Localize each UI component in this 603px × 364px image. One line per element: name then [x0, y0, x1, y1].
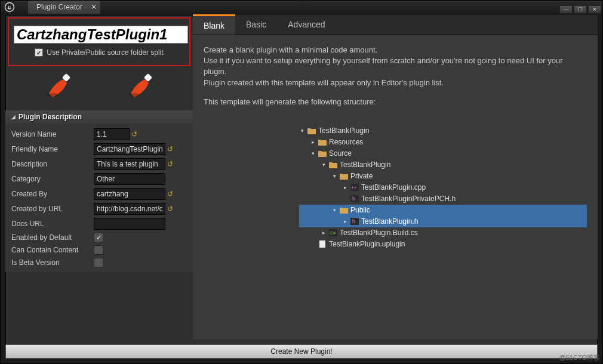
input-created-by-url[interactable]: [94, 203, 165, 215]
tree-node-label: TestBlankPlugin.uplugin: [329, 239, 405, 249]
desc-section-header[interactable]: ◢ Plugin Description: [5, 110, 193, 124]
tree-node[interactable]: ▾TestBlankPlugin: [299, 159, 587, 171]
tree-node-label: Source: [329, 149, 352, 159]
left-pane: ✓ Use Private/Public source folder split…: [5, 15, 193, 340]
tree-expand-icon[interactable]: ▾: [321, 161, 327, 169]
plug-icon: [44, 72, 73, 98]
svg-text:++: ++: [351, 185, 357, 190]
create-plugin-button[interactable]: Create New Plugin!: [5, 344, 598, 359]
tree-expand-icon[interactable]: ▸: [342, 218, 348, 226]
svg-text:C#: C#: [330, 230, 336, 236]
revert-icon[interactable]: ↺: [167, 205, 173, 213]
tab-blank[interactable]: Blank: [193, 14, 235, 35]
desc-grid: Version Name ↺ Friendly Name ↺ Descripti…: [5, 124, 193, 272]
svg-point-0: [5, 3, 14, 12]
label-version-name: Version Name: [11, 130, 94, 138]
tab-basic[interactable]: Basic: [235, 14, 277, 35]
split-label: Use Private/Public source folder split: [47, 48, 163, 57]
h-icon: h: [350, 217, 359, 226]
tree-node-label: TestBlankPlugin: [340, 160, 390, 170]
input-friendly-name[interactable]: [94, 143, 165, 155]
tree-node[interactable]: ▸C#TestBlankPlugin.Build.cs: [299, 227, 587, 239]
window-tab-title: Plugin Creator: [36, 3, 82, 11]
label-description: Description: [11, 160, 94, 168]
desc-section-title: Plugin Description: [19, 113, 82, 121]
label-is-beta: Is Beta Version: [11, 258, 94, 267]
close-tab-icon[interactable]: ✕: [91, 3, 97, 11]
label-can-contain: Can Contain Content: [11, 246, 94, 254]
svg-text:h: h: [352, 218, 355, 224]
tree-expand-icon[interactable]: ▸: [310, 138, 316, 146]
split-checkbox[interactable]: ✓: [35, 48, 43, 57]
svg-point-4: [128, 93, 140, 97]
maximize-button[interactable]: ☐: [574, 5, 587, 14]
tree-node-label: TestBlankPlugin.cpp: [361, 183, 426, 193]
tree-node[interactable]: ▾Private: [299, 171, 587, 182]
input-created-by[interactable]: [94, 188, 165, 200]
plugin-name-input[interactable]: [14, 26, 188, 44]
input-description[interactable]: [94, 158, 165, 170]
tree-node-label: Public: [350, 205, 370, 215]
minimize-button[interactable]: —: [559, 5, 573, 14]
folder-open-icon: [339, 206, 349, 214]
close-button[interactable]: ✕: [588, 5, 601, 14]
tree-expand-icon[interactable]: ▸: [342, 184, 348, 192]
tree-node-label: TestBlankPluginPrivatePCH.h: [361, 194, 456, 204]
tree-node[interactable]: hTestBlankPluginPrivatePCH.h: [299, 193, 587, 205]
input-category[interactable]: [94, 173, 165, 185]
tree-expand-icon[interactable]: ▸: [321, 229, 327, 237]
tree-node[interactable]: ▸++TestBlankPlugin.cpp: [299, 182, 587, 193]
revert-icon[interactable]: ↺: [167, 160, 173, 168]
cpp-icon: ++: [350, 183, 359, 192]
tree-expand-icon[interactable]: ▾: [310, 150, 316, 158]
input-docs-url[interactable]: [94, 218, 165, 230]
tab-advanced[interactable]: Advanced: [277, 14, 336, 35]
revert-icon[interactable]: ↺: [167, 145, 173, 153]
h-icon: h: [350, 195, 359, 203]
tree-node[interactable]: ▾TestBlankPlugin: [299, 125, 587, 137]
tree-node[interactable]: ▾Public: [299, 205, 587, 216]
folder-open-icon: [307, 127, 316, 135]
folder-open-icon: [339, 172, 349, 180]
template-tabbar: Blank Basic Advanced: [193, 15, 598, 35]
plugin-creator-window: Plugin Creator ✕ — ☐ ✕ ✓ Use Private/Pub…: [0, 0, 603, 364]
revert-icon[interactable]: ↺: [167, 190, 173, 198]
svg-point-2: [47, 93, 59, 97]
svg-text:h: h: [352, 196, 355, 202]
unreal-logo-icon: [1, 1, 19, 14]
file-icon: [318, 240, 327, 248]
label-created-by: Created By: [11, 190, 94, 198]
name-box: ✓ Use Private/Public source folder split: [8, 17, 190, 66]
tree-node-label: Resources: [329, 137, 363, 147]
checkbox-enabled[interactable]: ✓: [94, 233, 103, 242]
tree-node[interactable]: ▸Resources: [299, 137, 587, 148]
window-tab[interactable]: Plugin Creator ✕: [28, 1, 100, 14]
label-category: Category: [11, 175, 94, 183]
plug-icons-row: [5, 66, 193, 110]
desc-line: Use it if you want to setup everything b…: [204, 55, 587, 77]
revert-icon[interactable]: ↺: [131, 130, 137, 138]
tree-expand-icon[interactable]: ▾: [299, 127, 305, 135]
input-version-name[interactable]: [94, 128, 130, 140]
tree-node[interactable]: ▾Source: [299, 148, 587, 159]
tree-expand-icon[interactable]: ▾: [331, 172, 337, 180]
workspace: ✓ Use Private/Public source folder split…: [5, 15, 598, 340]
template-description: Create a blank plugin with a minimal cod…: [193, 35, 598, 260]
tree-node-label: Private: [350, 171, 373, 181]
tree-node[interactable]: TestBlankPlugin.uplugin: [299, 239, 587, 250]
expand-toggle-icon[interactable]: ◢: [10, 114, 16, 120]
structure-tree: ▾TestBlankPlugin▸Resources▾Source▾TestBl…: [299, 125, 587, 250]
checkbox-is-beta[interactable]: [94, 258, 103, 267]
right-pane: Blank Basic Advanced Create a blank plug…: [193, 15, 598, 340]
desc-line: Plugin created with this template will a…: [204, 78, 587, 88]
folder-open-icon: [318, 149, 327, 158]
svg-rect-13: [319, 240, 325, 248]
tree-node-label: TestBlankPlugin.h: [361, 217, 418, 227]
folder-open-icon: [328, 161, 338, 169]
watermark: @51CTO博客: [559, 353, 600, 362]
tree-node[interactable]: ▸hTestBlankPlugin.h: [299, 216, 587, 227]
checkbox-can-contain[interactable]: [94, 245, 103, 255]
tree-node-label: TestBlankPlugin: [318, 126, 369, 136]
tree-expand-icon[interactable]: ▾: [331, 206, 337, 214]
label-friendly-name: Friendly Name: [11, 145, 94, 153]
